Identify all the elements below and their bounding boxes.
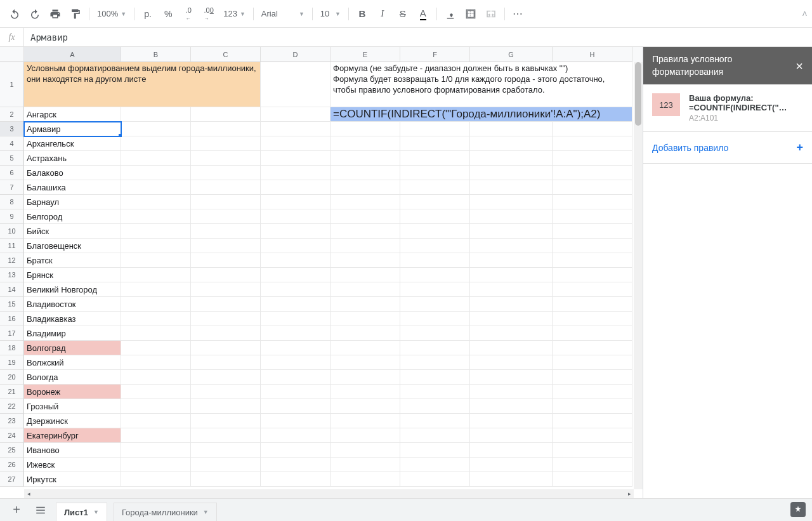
row-header-1[interactable]: 1	[0, 62, 24, 107]
cell-E14[interactable]	[331, 282, 400, 297]
cell-A13[interactable]: Брянск	[24, 268, 121, 282]
cell-B17[interactable]	[121, 326, 191, 341]
fill-color-button[interactable]	[441, 4, 460, 23]
cell-H26[interactable]	[553, 458, 632, 472]
row-header-3[interactable]: 3	[0, 122, 24, 136]
cell-G11[interactable]	[470, 239, 553, 253]
cell-B14[interactable]	[121, 282, 191, 297]
cell-A22[interactable]: Грозный	[24, 399, 121, 414]
cell-B9[interactable]	[121, 209, 191, 224]
cell-G24[interactable]	[470, 428, 553, 443]
paint-format-button[interactable]	[66, 4, 85, 23]
cell-E27[interactable]	[331, 472, 400, 487]
cell-E17[interactable]	[331, 326, 400, 341]
cell-B2[interactable]	[121, 107, 191, 122]
row-header-18[interactable]: 18	[0, 341, 24, 355]
row-header-16[interactable]: 16	[0, 312, 24, 326]
cell-G22[interactable]	[470, 399, 553, 414]
all-sheets-button[interactable]	[32, 501, 49, 519]
cell-H23[interactable]	[553, 414, 632, 428]
cell-D25[interactable]	[261, 443, 331, 458]
cell-G17[interactable]	[470, 326, 553, 341]
cell-E21[interactable]	[331, 385, 400, 399]
cell-A12[interactable]: Братск	[24, 253, 121, 268]
cell-A26[interactable]: Ижевск	[24, 458, 121, 472]
cell-C21[interactable]	[191, 385, 261, 399]
cell-H25[interactable]	[553, 443, 632, 458]
cell-B5[interactable]	[121, 151, 191, 166]
cell-A3[interactable]: Армавир	[24, 122, 121, 136]
bold-button[interactable]: B	[353, 4, 372, 23]
cell-C11[interactable]	[191, 239, 261, 253]
row-header-14[interactable]: 14	[0, 282, 24, 297]
cell-E19[interactable]	[331, 355, 400, 370]
cell-F21[interactable]	[400, 385, 470, 399]
column-header-E[interactable]: E	[331, 47, 400, 62]
cell-D6[interactable]	[261, 166, 331, 180]
cell-B4[interactable]	[121, 136, 191, 151]
cell-A24[interactable]: Екатеринбург	[24, 428, 121, 443]
increase-decimal-button[interactable]: .00→	[199, 4, 218, 23]
row-header-24[interactable]: 24	[0, 428, 24, 443]
cell-G12[interactable]	[470, 253, 553, 268]
row-header-21[interactable]: 21	[0, 385, 24, 399]
cell-E20[interactable]	[331, 370, 400, 385]
cell-B12[interactable]	[121, 253, 191, 268]
cell-H21[interactable]	[553, 385, 632, 399]
cell-E11[interactable]	[331, 239, 400, 253]
cell-E8[interactable]	[331, 195, 400, 209]
row-header-23[interactable]: 23	[0, 414, 24, 428]
cell-H11[interactable]	[553, 239, 632, 253]
number-format-dropdown[interactable]: 123▼	[219, 4, 249, 23]
cell-F18[interactable]	[400, 341, 470, 355]
cell-H18[interactable]	[553, 341, 632, 355]
cell-D4[interactable]	[261, 136, 331, 151]
cell-E10[interactable]	[331, 224, 400, 239]
column-header-H[interactable]: H	[553, 47, 632, 62]
cell-F24[interactable]	[400, 428, 470, 443]
text-color-button[interactable]: A	[414, 4, 433, 23]
column-header-A[interactable]: A	[24, 47, 121, 62]
cell-C4[interactable]	[191, 136, 261, 151]
cell-E7[interactable]	[331, 180, 400, 195]
cell-C24[interactable]	[191, 428, 261, 443]
cell-D11[interactable]	[261, 239, 331, 253]
cell-D3[interactable]	[261, 122, 331, 136]
cell-C23[interactable]	[191, 414, 261, 428]
row-header-5[interactable]: 5	[0, 151, 24, 166]
cell-D24[interactable]	[261, 428, 331, 443]
cell-F10[interactable]	[400, 224, 470, 239]
cell-A18[interactable]: Волгоград	[24, 341, 121, 355]
cell-E9[interactable]	[331, 209, 400, 224]
cell-H9[interactable]	[553, 209, 632, 224]
cell-D22[interactable]	[261, 399, 331, 414]
add-rule-button[interactable]: Добавить правило +	[643, 132, 812, 164]
cell-A8[interactable]: Барнаул	[24, 195, 121, 209]
cell-E26[interactable]	[331, 458, 400, 472]
row-header-8[interactable]: 8	[0, 195, 24, 209]
cell-G9[interactable]	[470, 209, 553, 224]
cell-A19[interactable]: Волжский	[24, 355, 121, 370]
italic-button[interactable]: I	[373, 4, 392, 23]
cell-B8[interactable]	[121, 195, 191, 209]
cell-A15[interactable]: Владивосток	[24, 297, 121, 312]
cell-A6[interactable]: Балаково	[24, 166, 121, 180]
cell-D18[interactable]	[261, 341, 331, 355]
cell-A2[interactable]: Ангарск	[24, 107, 121, 122]
column-header-C[interactable]: C	[191, 47, 261, 62]
cell-F12[interactable]	[400, 253, 470, 268]
horizontal-scrollbar[interactable]: ◂▸	[24, 489, 634, 498]
cell-G15[interactable]	[470, 297, 553, 312]
row-header-4[interactable]: 4	[0, 136, 24, 151]
cell-D5[interactable]	[261, 151, 331, 166]
fontsize-dropdown[interactable]: 10▼	[317, 4, 344, 23]
cell-F8[interactable]	[400, 195, 470, 209]
cell-F17[interactable]	[400, 326, 470, 341]
cell-C25[interactable]	[191, 443, 261, 458]
cell-E22[interactable]	[331, 399, 400, 414]
cell-B20[interactable]	[121, 370, 191, 385]
row-header-27[interactable]: 27	[0, 472, 24, 487]
column-header-G[interactable]: G	[470, 47, 553, 62]
cell-F11[interactable]	[400, 239, 470, 253]
cell-A23[interactable]: Дзержинск	[24, 414, 121, 428]
